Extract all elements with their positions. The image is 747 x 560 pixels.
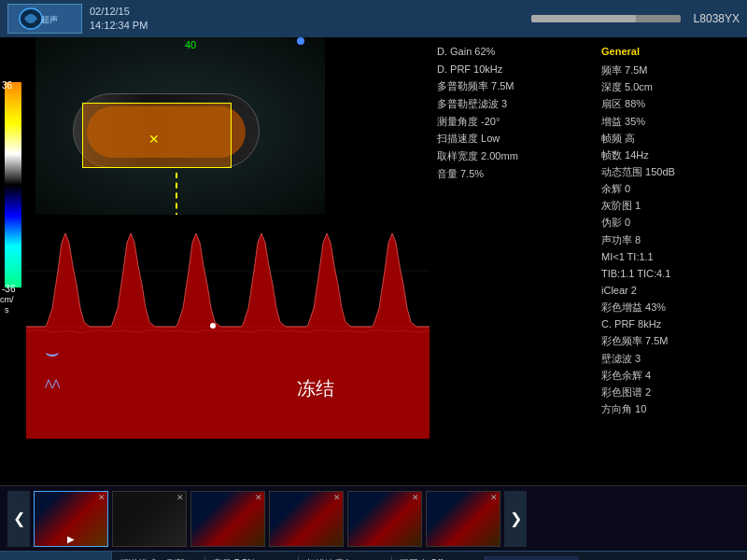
general-line: 方向角 10	[601, 400, 743, 417]
anatomy-icon: ⌣⋀⋀	[45, 340, 60, 392]
general-line: 余辉 0	[601, 180, 743, 197]
mode-button[interactable]: 多普勒模式	[0, 552, 112, 560]
params-panel: D. Gain 62%D. PRF 10kHz多普勒频率 7.5M多普勒壁滤波 …	[430, 37, 598, 485]
general-line: 壁滤波 3	[601, 350, 743, 367]
param-line: D. Gain 62%	[437, 43, 590, 61]
scale-bot-value: -36	[2, 284, 15, 294]
general-line: 声功率 8	[601, 231, 743, 248]
param-line: 音量 7.5%	[437, 165, 590, 183]
bottom-params: 频谱模式：刷新音量 7.5%扫描速度 Low三同步 Off5ChromaD 4 …	[112, 552, 747, 560]
general-line: 帧频 高	[601, 130, 743, 147]
probe-bar	[531, 15, 681, 22]
general-lines: 频率 7.5M深度 5.0cm扇区 88%增益 35%帧频 高帧数 14Hz动态…	[601, 62, 743, 417]
param-line: 测量角度 -20°	[437, 113, 590, 131]
bottom-param[interactable]: 扫描速度 Low	[299, 556, 392, 560]
thumbnail-strip: ❮ ✕▶✕✕✕✕✕ ❯	[0, 485, 747, 551]
thumb-close-icon[interactable]: ✕	[255, 493, 262, 502]
measurement-box: ✕	[82, 103, 232, 168]
general-title: General	[601, 43, 743, 60]
image-area: ✕ 40 51cm/s -51cm/s 冻结	[26, 37, 430, 485]
general-line: 动态范围 150dB	[601, 163, 743, 180]
indicator-dot	[297, 37, 304, 45]
thumbs-container: ✕▶✕✕✕✕✕	[34, 491, 500, 547]
thumb-close-icon[interactable]: ✕	[490, 493, 498, 502]
scale-top-value: 36	[2, 80, 12, 91]
general-line: 深度 5.0cm	[601, 78, 743, 95]
param-line: 多普勒频率 7.5M	[437, 77, 590, 95]
thumbnail-item[interactable]: ✕	[269, 491, 344, 547]
probe-label: L8038YX	[694, 12, 740, 25]
play-icon[interactable]: ▶	[67, 534, 75, 544]
general-line: 彩色图谱 2	[601, 384, 743, 400]
param-line: 取样宽度 2.00mm	[437, 147, 590, 165]
general-line: 增益 35%	[601, 113, 743, 130]
bottom-bar: 多普勒模式 频谱模式：刷新音量 7.5%扫描速度 Low三同步 Off5Chro…	[0, 551, 747, 560]
general-line: 频率 7.5M	[601, 62, 743, 78]
general-line: 伪影 0	[601, 214, 743, 231]
general-panel: General 频率 7.5M深度 5.0cm扇区 88%增益 35%帧频 高帧…	[598, 37, 747, 485]
thumb-close-icon[interactable]: ✕	[98, 493, 106, 502]
general-line: 扇区 88%	[601, 95, 743, 112]
bottom-row1: 频谱模式：刷新音量 7.5%扫描速度 Low三同步 Off5ChromaD 4	[112, 556, 747, 560]
main-area: 36 -36 cm/s ✕ 40 51cm/s -51cm/s	[0, 37, 747, 485]
general-line: MI<1 TI:1.1	[601, 248, 743, 265]
next-button[interactable]: ❯	[504, 491, 527, 547]
scale-unit: cm/s	[0, 295, 14, 315]
general-line: C. PRF 8kHz	[601, 315, 743, 332]
thumbnail-item[interactable]: ✕	[112, 491, 187, 547]
params-lines: D. Gain 62%D. PRF 10kHz多普勒频率 7.5M多普勒壁滤波 …	[437, 43, 590, 183]
header: 超声 02/12/15 14:12:34 PM L8038YX	[0, 0, 747, 37]
bottom-param[interactable]: 频谱模式：刷新	[112, 556, 205, 560]
crosshair-icon: ✕	[148, 132, 160, 147]
thumbnail-item[interactable]: ✕	[190, 491, 265, 547]
prev-button[interactable]: ❮	[7, 491, 30, 547]
thumb-image	[348, 492, 421, 546]
doppler-waveform	[26, 215, 430, 439]
bottom-param[interactable]: 5ChromaD 4	[486, 556, 579, 560]
general-line: 彩色频率 7.5M	[601, 332, 743, 349]
general-line: 彩色增益 43%	[601, 299, 743, 315]
thumb-close-icon[interactable]: ✕	[412, 493, 419, 502]
scale-marker: 40	[185, 39, 196, 50]
bottom-param[interactable]: 三同步 Off	[392, 556, 486, 560]
general-line: 帧数 14Hz	[601, 147, 743, 163]
general-line: iClear 2	[601, 282, 743, 299]
svg-point-6	[210, 323, 216, 329]
general-line: TIB:1.1 TIC:4.1	[601, 265, 743, 282]
general-line: 彩色余辉 4	[601, 367, 743, 384]
param-line: D. PRF 10kHz	[437, 61, 590, 78]
thumb-image	[427, 492, 500, 546]
bmode-image: ✕ 40	[35, 37, 325, 215]
thumb-image	[113, 492, 186, 546]
thumbnail-item[interactable]: ✕▶	[34, 491, 108, 547]
thumb-image	[191, 492, 264, 546]
param-line: 扫描速度 Low	[437, 130, 590, 147]
bottom-param[interactable]: 音量 7.5%	[205, 556, 299, 560]
logo: 超声	[7, 4, 82, 34]
thumb-close-icon[interactable]: ✕	[333, 493, 341, 502]
freeze-label: 冻结	[297, 376, 334, 401]
thumbnail-item[interactable]: ✕	[347, 491, 422, 547]
datetime: 02/12/15 14:12:34 PM	[90, 5, 148, 34]
thumb-image	[270, 492, 343, 546]
thumb-close-icon[interactable]: ✕	[176, 493, 184, 502]
color-scale: 36 -36 cm/s	[0, 37, 26, 485]
general-line: 灰阶图 1	[601, 197, 743, 214]
svg-text:超声: 超声	[41, 15, 58, 24]
param-line: 多普勒壁滤波 3	[437, 95, 590, 113]
color-bar	[5, 82, 21, 287]
thumbnail-item[interactable]: ✕	[426, 491, 500, 547]
